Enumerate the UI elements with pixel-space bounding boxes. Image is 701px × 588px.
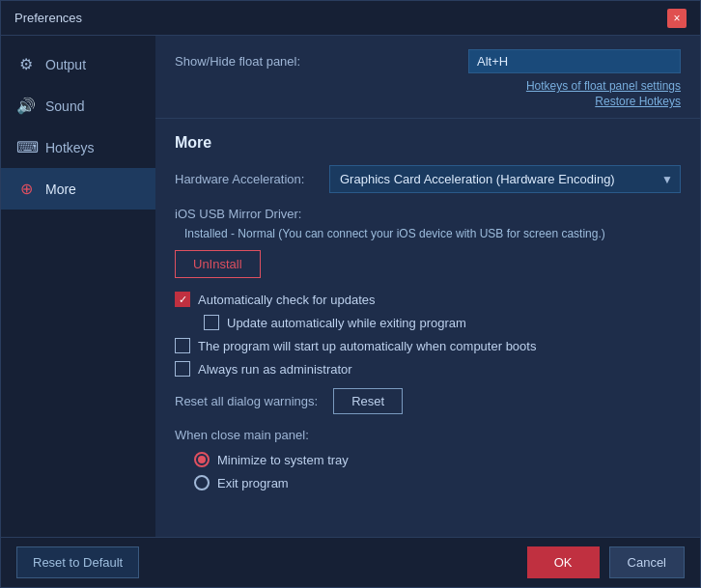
uninstall-button[interactable]: UnInstall: [175, 250, 261, 278]
sidebar: ⚙ Output 🔊 Sound ⌨ Hotkeys ⊕ More: [1, 36, 155, 537]
hardware-accel-label: Hardware Acceleration:: [175, 172, 320, 186]
title-bar: Preferences ×: [1, 1, 700, 36]
footer: Reset to Default OK Cancel: [1, 537, 700, 587]
admin-row: Always run as administrator: [175, 361, 681, 377]
sidebar-item-hotkeys[interactable]: ⌨ Hotkeys: [1, 126, 155, 168]
ios-driver-label: iOS USB Mirror Driver:: [175, 207, 681, 221]
auto-check-row: Automatically check for updates: [175, 292, 681, 307]
auto-update-label: Update automatically while exiting progr…: [227, 316, 466, 330]
hardware-accel-select[interactable]: Graphics Card Acceleration (Hardware Enc…: [329, 165, 681, 193]
auto-check-checkbox[interactable]: [175, 292, 190, 307]
reset-dialog-label: Reset all dialog warnings:: [175, 394, 318, 408]
cancel-button[interactable]: Cancel: [609, 546, 685, 578]
sidebar-label-sound: Sound: [45, 98, 84, 114]
ios-driver-status: Installed - Normal (You can connect your…: [175, 227, 681, 240]
sound-icon: 🔊: [16, 97, 36, 115]
minimize-label: Minimize to system tray: [217, 453, 349, 467]
footer-right-buttons: OK Cancel: [527, 546, 685, 578]
exit-radio[interactable]: [194, 475, 210, 490]
float-panel-settings-link[interactable]: Hotkeys of float panel settings: [526, 79, 681, 93]
auto-update-row: Update automatically while exiting progr…: [175, 315, 681, 330]
auto-update-checkbox[interactable]: [204, 315, 219, 330]
reset-default-button[interactable]: Reset to Default: [16, 546, 139, 578]
close-panel-label: When close main panel:: [175, 428, 681, 442]
sidebar-label-more: More: [45, 182, 76, 197]
checkboxes-section: Automatically check for updates Update a…: [175, 292, 681, 377]
minimize-radio-row: Minimize to system tray: [175, 452, 681, 467]
output-icon: ⚙: [16, 55, 36, 73]
show-hide-input[interactable]: [468, 49, 681, 73]
auto-start-row: The program will start up automatically …: [175, 338, 681, 353]
auto-check-label: Automatically check for updates: [198, 293, 376, 307]
admin-label: Always run as administrator: [198, 362, 352, 377]
exit-label: Exit program: [217, 476, 289, 490]
sidebar-item-more[interactable]: ⊕ More: [1, 168, 155, 210]
ok-button[interactable]: OK: [527, 546, 600, 578]
close-button[interactable]: ×: [667, 9, 687, 28]
preferences-dialog: Preferences × ⚙ Output 🔊 Sound ⌨ Hotkeys…: [0, 0, 701, 588]
hardware-accel-wrapper: Graphics Card Acceleration (Hardware Enc…: [329, 165, 681, 193]
restore-hotkeys-link[interactable]: Restore Hotkeys: [595, 95, 681, 108]
sidebar-label-output: Output: [45, 57, 86, 72]
minimize-radio[interactable]: [194, 452, 210, 467]
auto-start-checkbox[interactable]: [175, 338, 190, 353]
sidebar-item-sound[interactable]: 🔊 Sound: [1, 85, 155, 126]
content-area: Show/Hide float panel: Hotkeys of float …: [155, 36, 700, 537]
hotkey-links: Hotkeys of float panel settings Restore …: [175, 79, 681, 108]
auto-start-label: The program will start up automatically …: [198, 339, 536, 353]
more-section: More Hardware Acceleration: Graphics Car…: [155, 119, 700, 514]
reset-dialog-button[interactable]: Reset: [333, 388, 403, 414]
more-title: More: [175, 134, 681, 152]
hotkeys-shortcut-section: Show/Hide float panel: Hotkeys of float …: [155, 36, 700, 119]
ios-driver-section: iOS USB Mirror Driver: Installed - Norma…: [175, 207, 681, 292]
reset-dialogs-row: Reset all dialog warnings: Reset: [175, 388, 681, 414]
sidebar-item-output[interactable]: ⚙ Output: [1, 43, 155, 85]
close-panel-section: When close main panel: Minimize to syste…: [175, 428, 681, 490]
hotkeys-icon: ⌨: [16, 138, 36, 156]
dialog-title: Preferences: [14, 11, 82, 25]
show-hide-row: Show/Hide float panel:: [175, 49, 681, 73]
main-content: ⚙ Output 🔊 Sound ⌨ Hotkeys ⊕ More Show/H…: [1, 36, 700, 537]
hardware-accel-row: Hardware Acceleration: Graphics Card Acc…: [175, 165, 681, 193]
show-hide-label: Show/Hide float panel:: [175, 54, 300, 69]
exit-radio-row: Exit program: [175, 475, 681, 490]
sidebar-label-hotkeys: Hotkeys: [45, 140, 95, 155]
admin-checkbox[interactable]: [175, 361, 190, 377]
more-icon: ⊕: [16, 180, 36, 198]
